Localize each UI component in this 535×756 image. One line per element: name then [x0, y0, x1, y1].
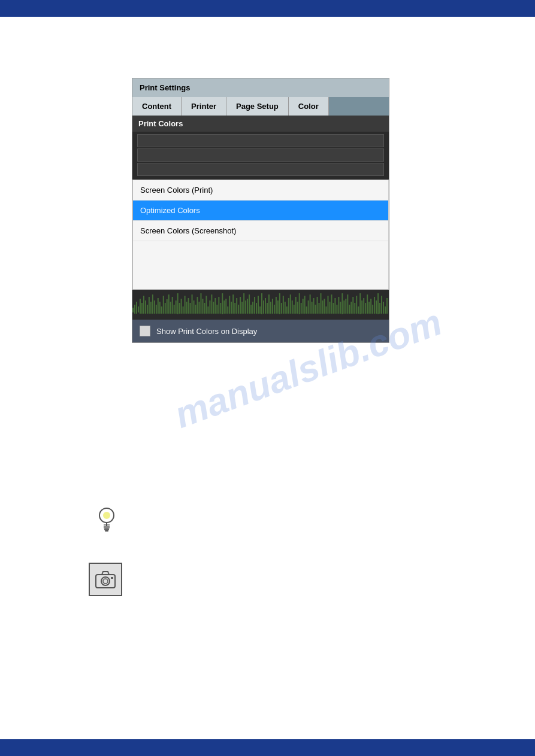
svg-rect-77 [268, 294, 270, 314]
svg-rect-103 [315, 305, 316, 314]
svg-rect-73 [261, 293, 262, 314]
svg-rect-31 [186, 302, 188, 314]
svg-rect-30 [185, 296, 186, 314]
svg-rect-94 [299, 293, 300, 314]
svg-rect-32 [188, 298, 189, 314]
dialog-titlebar: Print Settings [132, 78, 389, 97]
svg-rect-67 [250, 305, 252, 314]
show-print-colors-checkbox[interactable] [140, 326, 150, 336]
svg-rect-120 [345, 299, 346, 314]
svg-rect-44 [209, 300, 210, 314]
svg-rect-64 [245, 300, 246, 314]
svg-rect-58 [234, 303, 235, 314]
svg-rect-51 [222, 293, 223, 314]
svg-rect-65 [247, 299, 248, 314]
svg-rect-131 [365, 303, 366, 314]
svg-rect-130 [363, 298, 364, 314]
svg-rect-113 [333, 303, 334, 314]
section-header-print-colors: Print Colors [132, 116, 389, 132]
svg-rect-110 [327, 296, 328, 314]
svg-rect-43 [207, 306, 208, 314]
svg-rect-15 [158, 298, 159, 314]
svg-rect-21 [168, 294, 170, 314]
svg-rect-10 [149, 297, 150, 314]
preview-row-1 [137, 134, 384, 147]
svg-rect-80 [274, 305, 275, 314]
svg-rect-116 [338, 297, 339, 314]
svg-rect-151 [105, 530, 108, 532]
svg-rect-18 [163, 296, 164, 314]
svg-rect-75 [265, 298, 266, 314]
svg-rect-41 [204, 303, 205, 314]
svg-rect-26 [177, 293, 179, 314]
svg-rect-89 [290, 294, 291, 314]
lightbulb-icon [96, 506, 120, 536]
dialog-body: Print Colors Screen Colors (Print) Optim… [132, 116, 389, 342]
svg-rect-135 [372, 305, 373, 314]
svg-rect-87 [286, 306, 288, 314]
list-item-screen-colors-screenshot[interactable]: Screen Colors (Screenshot) [133, 221, 388, 241]
svg-rect-76 [267, 303, 268, 314]
svg-rect-13 [154, 300, 155, 314]
svg-rect-106 [321, 293, 322, 314]
svg-rect-90 [292, 300, 293, 314]
svg-rect-24 [174, 305, 175, 314]
list-empty-space [133, 241, 388, 289]
svg-rect-39 [200, 293, 201, 314]
svg-point-154 [103, 579, 108, 584]
svg-rect-27 [179, 303, 180, 314]
svg-rect-82 [277, 300, 279, 314]
svg-rect-93 [297, 302, 298, 314]
tab-page-setup[interactable]: Page Setup [226, 97, 289, 116]
svg-rect-16 [159, 302, 161, 314]
svg-rect-115 [336, 305, 337, 314]
svg-rect-36 [195, 305, 197, 314]
svg-rect-11 [150, 302, 152, 314]
camera-svg [95, 569, 116, 590]
tab-printer[interactable]: Printer [182, 97, 226, 116]
svg-rect-119 [343, 300, 344, 314]
list-item-screen-colors-print[interactable]: Screen Colors (Print) [133, 180, 388, 201]
svg-rect-121 [347, 294, 348, 314]
svg-rect-107 [322, 300, 324, 314]
svg-rect-17 [161, 306, 162, 314]
svg-rect-42 [205, 296, 207, 314]
svg-rect-34 [192, 294, 193, 314]
svg-rect-72 [259, 306, 261, 314]
svg-point-153 [101, 577, 110, 585]
svg-rect-102 [313, 298, 315, 314]
svg-rect-78 [270, 302, 271, 314]
tab-color[interactable]: Color [289, 97, 329, 116]
svg-rect-1 [132, 308, 134, 312]
svg-rect-69 [254, 297, 255, 314]
svg-rect-53 [225, 299, 226, 314]
svg-rect-35 [194, 300, 195, 314]
svg-rect-5 [140, 299, 141, 314]
svg-rect-140 [381, 296, 382, 314]
svg-rect-68 [252, 302, 253, 314]
dialog-title: Print Settings [140, 83, 191, 92]
svg-rect-118 [341, 293, 343, 314]
svg-rect-111 [329, 302, 330, 314]
svg-rect-112 [331, 294, 332, 314]
color-options-list: Screen Colors (Print) Optimized Colors S… [132, 180, 389, 290]
list-item-optimized-colors[interactable]: Optimized Colors [133, 201, 388, 221]
svg-rect-138 [377, 293, 379, 314]
svg-rect-66 [249, 294, 250, 314]
svg-rect-117 [340, 302, 341, 314]
svg-rect-84 [281, 303, 282, 314]
preview-row-2 [137, 148, 384, 162]
svg-rect-56 [231, 302, 232, 314]
svg-rect-95 [301, 303, 302, 314]
svg-rect-70 [256, 303, 257, 314]
svg-rect-85 [283, 296, 284, 314]
svg-rect-125 [354, 303, 355, 314]
tab-content[interactable]: Content [132, 97, 182, 116]
svg-rect-28 [181, 299, 182, 314]
svg-rect-4 [138, 306, 139, 312]
svg-rect-122 [349, 305, 350, 314]
svg-rect-50 [220, 303, 221, 314]
svg-rect-19 [165, 303, 166, 314]
svg-rect-46 [213, 302, 214, 314]
tab-spacer [329, 97, 389, 116]
